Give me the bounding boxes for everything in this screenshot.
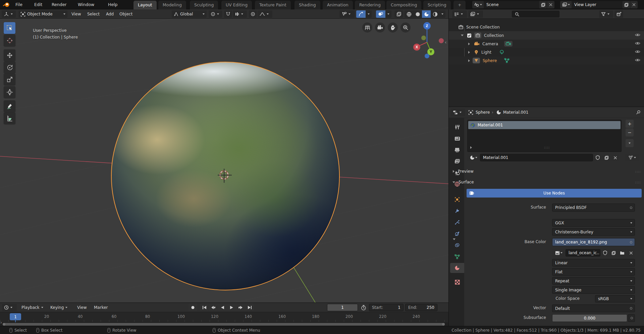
distribution-dropdown[interactable]: GGX — [552, 219, 635, 227]
tab-modeling[interactable]: Modeling — [158, 1, 186, 9]
tool-select-box[interactable] — [4, 22, 15, 34]
pivot-point-dropdown[interactable] — [209, 10, 222, 18]
image-name-field[interactable]: land_ocean_ic.. — [566, 249, 600, 257]
shading-solid-button[interactable] — [413, 10, 422, 18]
tab-modifiers[interactable] — [450, 206, 464, 216]
slot-specials-arrow[interactable] — [470, 146, 472, 149]
camera-view-button[interactable] — [375, 22, 385, 33]
view-layer-browse-button[interactable] — [560, 1, 572, 8]
outliner-row-light[interactable]: Light — [449, 48, 644, 56]
view-layer-new-button[interactable] — [623, 1, 630, 8]
tab-output[interactable] — [450, 145, 464, 155]
menu-render[interactable]: Render — [48, 0, 70, 9]
new-material-button[interactable] — [602, 154, 610, 161]
unlink-material-button[interactable] — [611, 154, 619, 161]
sidebar-collapse-arrow[interactable]: ‹ — [445, 40, 447, 45]
shading-wireframe-button[interactable] — [405, 10, 413, 18]
tab-constraints[interactable] — [450, 240, 464, 250]
hide-eye-icon[interactable] — [635, 50, 640, 54]
color-space-dropdown[interactable]: sRGB — [595, 295, 635, 302]
tab-particles[interactable] — [450, 217, 464, 227]
menu-object[interactable]: Object — [117, 9, 135, 19]
subsurface-slider[interactable]: 0.000 — [552, 314, 627, 322]
material-name-field[interactable]: Material.001 — [480, 154, 593, 161]
navigation-gizmo[interactable]: Z X Y — [413, 21, 445, 58]
remove-material-slot-button[interactable]: − — [626, 128, 634, 136]
tab-texture[interactable] — [450, 277, 464, 287]
transform-orientation-dropdown[interactable]: Global — [172, 10, 207, 18]
timeline-ruler[interactable]: 1 20 40 60 80 100 120 140 160 180 200 22… — [0, 312, 448, 322]
tab-physics[interactable] — [450, 229, 464, 239]
tab-compositing[interactable]: Compositing — [386, 1, 421, 9]
menu-select[interactable]: Select — [85, 9, 102, 19]
surface-section-header[interactable]: Surface :::: — [449, 178, 644, 186]
outliner-row-sphere[interactable]: Sphere — [449, 56, 644, 65]
outliner-row-scene-collection[interactable]: Scene Collection — [449, 23, 644, 31]
tool-measure[interactable] — [4, 112, 15, 124]
hide-eye-icon[interactable] — [635, 33, 640, 37]
overlays-toggle[interactable] — [376, 10, 385, 18]
outliner-search[interactable] — [512, 11, 559, 17]
timeline-expand-arrow[interactable]: › — [0, 320, 2, 325]
material-nodes-button[interactable] — [625, 154, 639, 161]
menu-help[interactable]: Help — [105, 0, 121, 9]
menu-marker[interactable]: Marker — [91, 303, 110, 312]
tab-uv-editing[interactable]: UV Editing — [221, 1, 252, 9]
frame-end-field[interactable]: End:250 — [405, 304, 437, 311]
light-data-icon[interactable] — [499, 50, 504, 55]
tab-layout[interactable]: Layout — [133, 1, 157, 9]
disclosure-triangle[interactable] — [468, 59, 470, 62]
blender-logo-icon[interactable] — [3, 1, 10, 8]
menu-edit[interactable]: Edit — [31, 0, 46, 9]
scene-browse-button[interactable] — [472, 1, 484, 8]
menu-playback[interactable]: Playback — [19, 303, 46, 312]
tab-view-layer[interactable] — [450, 156, 464, 166]
gizmos-dropdown[interactable] — [366, 10, 372, 18]
current-frame-badge[interactable]: 1 — [10, 313, 21, 320]
next-keyframe-button[interactable] — [236, 304, 245, 311]
gizmo-z-neg[interactable] — [425, 54, 429, 58]
menu-timeline-view[interactable]: View — [74, 303, 89, 312]
outliner-filter-dropdown[interactable] — [599, 10, 613, 18]
tool-rotate[interactable] — [4, 61, 15, 73]
hide-eye-icon[interactable] — [635, 41, 640, 45]
subsurface-method-dropdown[interactable]: Christensen-Burley — [552, 228, 635, 236]
base-color-expand-arrow[interactable] — [453, 240, 455, 245]
tab-scripting[interactable]: Scripting — [423, 1, 451, 9]
pan-view-button[interactable] — [388, 22, 398, 33]
shading-rendered-button[interactable] — [431, 10, 439, 18]
frame-start-field[interactable]: Start:1 — [369, 304, 404, 311]
visibility-dropdown[interactable] — [339, 10, 355, 18]
hide-eye-icon[interactable] — [635, 58, 640, 62]
tab-add-workspace[interactable]: + — [453, 1, 466, 9]
fake-user-button[interactable] — [594, 154, 602, 161]
new-collection-button[interactable] — [614, 10, 623, 18]
play-reverse-button[interactable] — [218, 304, 227, 311]
gizmo-y-neg[interactable] — [421, 36, 426, 40]
viewport-3d[interactable]: User Perspective (1) Collection | Sphere… — [0, 19, 448, 302]
outliner-filter-type-dropdown[interactable] — [468, 10, 483, 18]
disclosure-triangle[interactable] — [468, 43, 470, 45]
image-fake-user-button[interactable] — [601, 249, 609, 257]
shading-dropdown[interactable] — [439, 10, 445, 18]
material-slot-menu-button[interactable] — [626, 139, 634, 147]
current-frame-field[interactable]: 1 — [327, 304, 358, 311]
jump-to-start-button[interactable] — [200, 304, 209, 311]
toggle-perspective-button[interactable] — [362, 22, 372, 33]
preview-section-header[interactable]: Preview :::: — [449, 167, 644, 175]
menu-keying[interactable]: Keying — [48, 303, 70, 312]
gizmo-x-axis[interactable]: X — [413, 44, 420, 51]
tab-animation[interactable]: Animation — [323, 1, 353, 9]
scrollbar-thumb[interactable] — [3, 323, 445, 326]
gizmo-z-axis[interactable]: Z — [423, 22, 431, 30]
image-new-button[interactable] — [609, 249, 618, 257]
editor-type-button[interactable] — [2, 10, 16, 18]
falloff-dropdown[interactable] — [258, 10, 272, 18]
use-nodes-button[interactable]: Use Nodes — [467, 189, 642, 198]
scene-new-button[interactable] — [539, 1, 547, 8]
snap-settings-dropdown[interactable] — [233, 10, 247, 18]
material-slot-row[interactable]: Material.001 — [468, 121, 621, 129]
tab-render[interactable] — [450, 133, 464, 144]
gizmos-toggle[interactable] — [356, 10, 366, 18]
outliner-row-camera[interactable]: Camera — [449, 40, 644, 48]
